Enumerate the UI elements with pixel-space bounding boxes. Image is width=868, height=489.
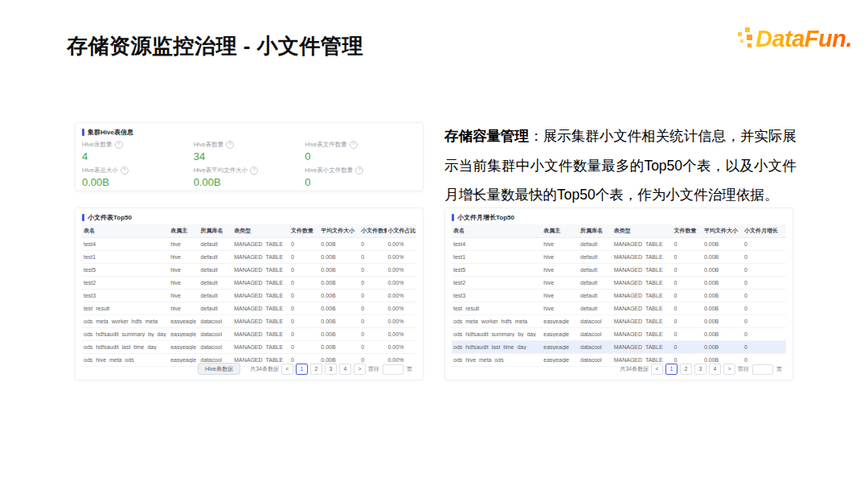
stat-label-text: Hive表平均文件大小 — [194, 166, 248, 175]
stat-label: Hive表平均文件大小? — [194, 166, 305, 175]
column-header: 所属库名 — [579, 227, 612, 235]
table-cell: test1 — [82, 254, 169, 260]
table-cell: 0.00% — [387, 254, 416, 260]
table-cell: 0 — [359, 331, 386, 337]
page-number-button[interactable]: 1 — [296, 364, 308, 375]
table-cell: 0 — [743, 306, 786, 311]
table-cell: MANAGED_TABLE — [232, 306, 289, 311]
table-cell: 0.00B — [702, 293, 743, 298]
column-header: 小文件占比 — [387, 227, 416, 235]
help-icon[interactable]: ? — [121, 166, 129, 175]
help-icon[interactable]: ? — [350, 141, 358, 149]
column-header: 表名 — [452, 227, 542, 235]
table-cell: datacool — [199, 344, 233, 350]
table-row[interactable]: ods_hdfsaudit_last_time_dayeasyeagledata… — [452, 341, 786, 354]
column-header: 所属库名 — [199, 227, 233, 235]
page-number-button[interactable]: 4 — [339, 364, 351, 375]
help-icon[interactable]: ? — [226, 141, 234, 149]
hive-table-data-button[interactable]: Hive表数据 — [198, 363, 240, 375]
table-row[interactable]: ods_hdfsaudit_summary_by_dayeasyeagledat… — [452, 328, 786, 341]
table-row[interactable]: ods_meta_worker_hdfs_metaeasyeagledataco… — [452, 315, 786, 328]
table-cell: 0 — [289, 267, 319, 273]
prev-page-button[interactable]: < — [281, 364, 293, 375]
table-cell: 0 — [743, 241, 786, 247]
help-icon[interactable]: ? — [250, 166, 258, 175]
table-row[interactable]: test4hivedefaultMANAGED_TABLE00.00B0 — [452, 238, 786, 251]
left-table-title: 小文件表Top50 — [76, 208, 423, 224]
datafun-logo: DataFun. — [736, 25, 852, 52]
table-cell: default — [579, 254, 612, 260]
table-cell: MANAGED_TABLE — [612, 306, 673, 311]
next-page-button[interactable]: > — [723, 364, 735, 375]
stat-item: Hive库数量?4 — [82, 141, 194, 162]
table-cell: 0 — [673, 293, 702, 298]
goto-page-input[interactable] — [752, 364, 773, 375]
table-cell: 0 — [673, 344, 702, 350]
table-row[interactable]: test2hivedefaultMANAGED_TABLE00.00B0 — [452, 277, 786, 290]
stat-label: Hive库数量? — [82, 141, 194, 149]
page-number-button[interactable]: 1 — [665, 364, 678, 375]
prev-page-button[interactable]: < — [651, 364, 663, 375]
table-row[interactable]: ods_hdfsaudit_summary_by_dayeasyeagledat… — [82, 328, 416, 341]
table-cell: 0.00B — [319, 331, 359, 337]
stat-value: 4 — [82, 150, 194, 162]
table-cell: 0 — [673, 306, 702, 311]
page-number-button[interactable]: 3 — [694, 364, 706, 375]
table-row[interactable]: test_resulthivedefaultMANAGED_TABLE00.00… — [452, 302, 786, 315]
table-row[interactable]: test5hivedefaultMANAGED_TABLE00.00B0 — [452, 264, 786, 277]
table-cell: ods_meta_worker_hdfs_meta — [82, 318, 169, 324]
table-cell: 0.00% — [387, 331, 416, 337]
small-file-top50-table-card: 小文件表Top50 表名表属主所属库名表类型文件数量平均文件大小小文件数量小文件… — [75, 208, 424, 380]
table-row[interactable]: test3hivedefaultMANAGED_TABLE00.00B0 — [452, 290, 786, 302]
page-number-button[interactable]: 3 — [325, 364, 337, 375]
table-header-row: 表名表属主所属库名表类型文件数量平均文件大小小文件月增长 — [452, 224, 786, 238]
next-page-button[interactable]: > — [354, 364, 366, 375]
table-row[interactable]: test1hivedefaultMANAGED_TABLE00.00B00.00… — [82, 251, 416, 264]
goto-page-input[interactable] — [383, 364, 403, 375]
table-cell: default — [199, 254, 233, 260]
table-cell: 0.00B — [319, 280, 359, 286]
table-cell: MANAGED_TABLE — [612, 331, 673, 337]
table-cell: hive — [169, 241, 199, 247]
table-cell: 0.00B — [702, 306, 743, 311]
table-cell: MANAGED_TABLE — [232, 267, 289, 273]
table-row[interactable]: test5hivedefaultMANAGED_TABLE00.00B00.00… — [82, 264, 416, 277]
table-cell: default — [579, 293, 612, 298]
table-row[interactable]: test1hivedefaultMANAGED_TABLE00.00B0 — [452, 251, 786, 264]
page-number-button[interactable]: 4 — [709, 364, 721, 375]
monthly-growth-top50-table: 表名表属主所属库名表类型文件数量平均文件大小小文件月增长test4hivedef… — [452, 224, 786, 367]
table-cell: MANAGED_TABLE — [232, 331, 289, 337]
table-cell: test2 — [82, 280, 169, 286]
table-cell: hive — [169, 267, 199, 273]
help-icon[interactable]: ? — [115, 141, 123, 149]
table-cell: 0 — [743, 254, 786, 260]
table-cell: datacool — [579, 318, 612, 324]
table-cell: 0 — [673, 254, 702, 260]
table-cell: 0.00B — [319, 306, 359, 311]
table-cell: easyeagle — [169, 344, 199, 350]
page-number-button[interactable]: 2 — [310, 364, 322, 375]
stat-value: 0 — [305, 176, 416, 188]
table-cell: default — [579, 280, 612, 286]
table-cell: MANAGED_TABLE — [612, 280, 673, 286]
table-cell: easyeagle — [169, 318, 199, 324]
table-row[interactable]: test4hivedefaultMANAGED_TABLE00.00B00.00… — [82, 238, 416, 251]
page-number-button[interactable]: 2 — [680, 364, 692, 375]
table-cell: 0 — [359, 344, 386, 350]
table-cell: hive — [542, 241, 579, 247]
table-row[interactable]: test2hivedefaultMANAGED_TABLE00.00B00.00… — [82, 277, 416, 290]
table-cell: 0 — [673, 267, 702, 273]
table-row[interactable]: ods_hdfsaudit_last_time_dayeasyeagledata… — [82, 341, 416, 354]
table-cell: default — [199, 241, 233, 247]
table-row[interactable]: test3hivedefaultMANAGED_TABLE00.00B00.00… — [82, 290, 416, 302]
stat-item: Hive表数量?34 — [194, 141, 305, 162]
help-icon[interactable]: ? — [355, 166, 363, 175]
page-unit-label: 页 — [407, 365, 412, 373]
table-cell: hive — [542, 306, 579, 311]
table-cell: easyeagle — [542, 318, 579, 324]
stat-value: 0 — [305, 150, 416, 162]
stat-label-text: Hive表总大小 — [82, 166, 118, 175]
table-row[interactable]: ods_meta_worker_hdfs_metaeasyeagledataco… — [82, 315, 416, 328]
table-row[interactable]: test_resulthivedefaultMANAGED_TABLE00.00… — [82, 302, 416, 315]
table-cell: MANAGED_TABLE — [232, 293, 289, 298]
